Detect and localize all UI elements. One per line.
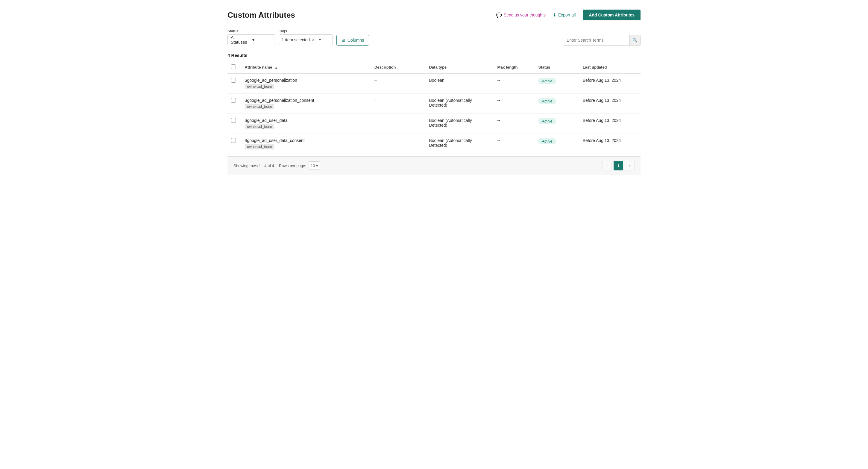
row-maxlength-cell: --	[494, 74, 535, 94]
status-badge: Active	[538, 78, 556, 84]
showing-rows-text: Showing rows 1 - 4 of 4	[234, 164, 274, 168]
row-datatype-cell: Boolean	[425, 74, 494, 94]
attr-tag-badge: owner:ad_team	[245, 144, 275, 149]
col-header-maxlength: Max length	[494, 61, 535, 74]
rows-per-page-value: 10	[311, 164, 315, 168]
table-row: $google_ad_user_data owner:ad_team – Boo…	[227, 114, 641, 134]
row-description-cell: –	[371, 94, 425, 114]
status-badge: Active	[538, 118, 556, 124]
row-checkbox-cell	[227, 134, 241, 154]
row-maxlength-cell: --	[494, 114, 535, 134]
status-filter-group: Status All Statuses ▾	[227, 29, 275, 45]
row-checkbox[interactable]	[231, 98, 236, 103]
attr-tag-badge: owner:ad_team	[245, 84, 275, 89]
page-1-button[interactable]: 1	[614, 161, 623, 170]
row-updated-cell: Before Aug 13, 2024	[579, 74, 641, 94]
status-select[interactable]: All Statuses ▾	[227, 34, 275, 45]
row-name-cell: $google_ad_personalization_consent owner…	[241, 94, 371, 114]
rows-per-page-label: Rows per page:	[279, 164, 306, 168]
col-header-datatype: Data type	[425, 61, 494, 74]
header-actions: 💬 Send us your thoughts ⬇ Export all Add…	[496, 9, 641, 20]
search-input[interactable]	[563, 38, 629, 42]
sort-icon: ▲	[275, 66, 278, 69]
row-status-cell: Active	[534, 134, 579, 154]
divider	[317, 37, 317, 43]
next-page-button[interactable]: ›	[625, 161, 634, 170]
row-checkbox[interactable]	[231, 138, 236, 143]
status-filter-label: Status	[227, 29, 275, 33]
attr-tag-badge: owner:ad_team	[245, 124, 275, 129]
row-datatype-cell: Boolean (Automatically Detected)	[425, 134, 494, 154]
attr-tag-badge: owner:ad_team	[245, 104, 275, 109]
row-checkbox-cell	[227, 94, 241, 114]
attr-name-container: $google_ad_user_data_consent owner:ad_te…	[245, 138, 367, 149]
attr-name-text: $google_ad_user_data	[245, 118, 367, 123]
status-badge: Active	[538, 98, 556, 104]
status-select-value: All Statuses	[231, 35, 250, 45]
row-status-cell: Active	[534, 94, 579, 114]
columns-icon: ⊞	[342, 38, 345, 42]
attr-name-text: $google_ad_personalization	[245, 78, 367, 83]
col-header-checkbox	[227, 61, 241, 74]
search-wrapper: 🔍	[563, 35, 641, 46]
tags-select[interactable]: 1 item selected ✕ ▾	[279, 34, 333, 45]
rows-per-page-group: Rows per page: 10 ▾	[279, 162, 320, 170]
chevron-down-icon: ▾	[252, 37, 272, 42]
chevron-down-icon: ▾	[319, 38, 321, 42]
results-label: 4 Results	[227, 53, 641, 58]
row-description-cell: –	[371, 74, 425, 94]
attributes-table: Attribute name ▲ Description Data type M…	[227, 61, 641, 154]
row-status-cell: Active	[534, 114, 579, 134]
pagination-controls: ‹ 1 ›	[602, 161, 634, 170]
row-checkbox-cell	[227, 114, 241, 134]
attr-name-text: $google_ad_personalization_consent	[245, 98, 367, 103]
tags-select-value: 1 item selected	[282, 37, 310, 42]
attr-name-container: $google_ad_personalization_consent owner…	[245, 98, 367, 109]
search-icon: 🔍	[632, 38, 638, 42]
columns-button[interactable]: ⊞ Columns	[336, 35, 369, 46]
row-description-cell: –	[371, 134, 425, 154]
row-datatype-cell: Boolean (Automatically Detected)	[425, 94, 494, 114]
row-maxlength-cell: --	[494, 134, 535, 154]
row-datatype-cell: Boolean (Automatically Detected)	[425, 114, 494, 134]
chat-icon: 💬	[496, 12, 502, 18]
row-name-cell: $google_ad_personalization owner:ad_team	[241, 74, 371, 94]
prev-page-button[interactable]: ‹	[602, 161, 612, 170]
attr-name-text: $google_ad_user_data_consent	[245, 138, 367, 143]
attr-name-container: $google_ad_user_data owner:ad_team	[245, 118, 367, 129]
row-name-cell: $google_ad_user_data_consent owner:ad_te…	[241, 134, 371, 154]
row-name-cell: $google_ad_user_data owner:ad_team	[241, 114, 371, 134]
rows-per-page-select[interactable]: 10 ▾	[309, 162, 320, 170]
send-thoughts-button[interactable]: 💬 Send us your thoughts	[496, 12, 546, 18]
table-row: $google_ad_personalization_consent owner…	[227, 94, 641, 114]
col-header-updated: Last updated	[579, 61, 641, 74]
table-row: $google_ad_user_data_consent owner:ad_te…	[227, 134, 641, 154]
page-title: Custom Attributes	[227, 10, 295, 20]
table-row: $google_ad_personalization owner:ad_team…	[227, 74, 641, 94]
tags-filter-group: Tags 1 item selected ✕ ▾	[279, 29, 333, 45]
row-checkbox-cell	[227, 74, 241, 94]
col-header-description: Description	[371, 61, 425, 74]
row-description-cell: –	[371, 114, 425, 134]
select-all-checkbox[interactable]	[231, 64, 236, 69]
row-updated-cell: Before Aug 13, 2024	[579, 94, 641, 114]
tags-filter-label: Tags	[279, 29, 333, 33]
filters-row: Status All Statuses ▾ Tags 1 item select…	[227, 29, 641, 46]
row-maxlength-cell: --	[494, 94, 535, 114]
col-header-name[interactable]: Attribute name ▲	[241, 61, 371, 74]
row-checkbox[interactable]	[231, 118, 236, 123]
row-updated-cell: Before Aug 13, 2024	[579, 114, 641, 134]
attr-name-container: $google_ad_personalization owner:ad_team	[245, 78, 367, 89]
download-icon: ⬇	[553, 12, 556, 18]
export-button[interactable]: ⬇ Export all	[553, 12, 576, 18]
pagination-bar: Showing rows 1 - 4 of 4 Rows per page: 1…	[227, 156, 641, 175]
col-header-status: Status	[534, 61, 579, 74]
pagination-info: Showing rows 1 - 4 of 4 Rows per page: 1…	[234, 162, 320, 170]
row-checkbox[interactable]	[231, 78, 236, 83]
chevron-down-icon: ▾	[316, 164, 318, 168]
search-button[interactable]: 🔍	[629, 35, 640, 46]
add-custom-attributes-button[interactable]: Add Custom Attributes	[583, 9, 641, 20]
row-status-cell: Active	[534, 74, 579, 94]
table-header-row: Attribute name ▲ Description Data type M…	[227, 61, 641, 74]
clear-tags-icon[interactable]: ✕	[312, 37, 315, 42]
